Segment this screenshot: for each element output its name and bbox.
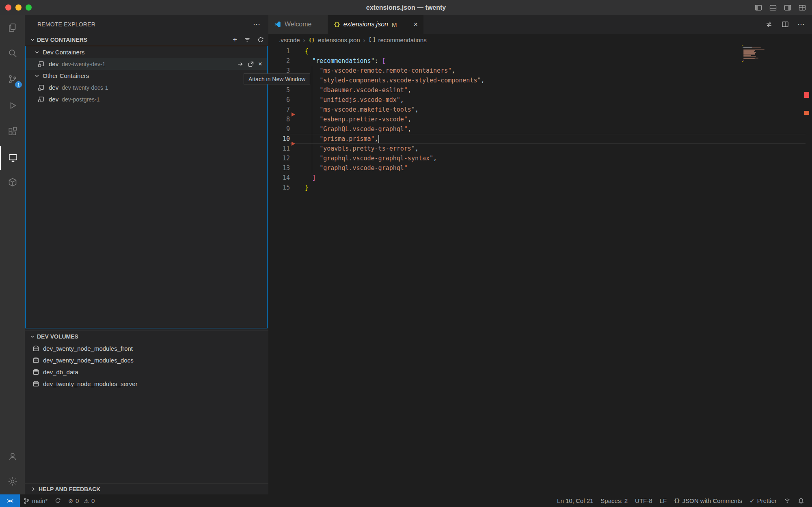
- code-line-12[interactable]: 12 "graphql.vscode-graphql-syntax",: [268, 153, 812, 163]
- code-line-1[interactable]: 1{: [268, 46, 812, 56]
- line-number: 10: [268, 134, 290, 144]
- code-line-7[interactable]: 7 "ms-vscode.makefile-tools",: [268, 105, 812, 114]
- close-container-icon[interactable]: ×: [258, 61, 262, 67]
- json-file-icon: {}: [309, 37, 315, 43]
- code-line-14[interactable]: 14 ]: [268, 173, 812, 183]
- volume-item-dev_db_data[interactable]: dev_db_data: [25, 366, 268, 378]
- container-item-dev-twenty-docs-1[interactable]: devdev-twenty-docs-1: [26, 82, 267, 93]
- json-file-icon: {}: [334, 22, 340, 28]
- warning-icon: ⚠: [84, 498, 89, 504]
- chevron-down-icon: [29, 37, 36, 43]
- formatter-item[interactable]: ✓ Prettier: [746, 497, 780, 505]
- container-icon: [38, 84, 45, 91]
- code-line-9[interactable]: 9 "GraphQL.vscode-graphql",: [268, 124, 812, 134]
- activity-explorer-icon[interactable]: [0, 16, 25, 39]
- git-deleted-marker: [292, 142, 295, 146]
- filter-icon[interactable]: [244, 37, 251, 43]
- code-line-4[interactable]: 4 "styled-components.vscode-styled-compo…: [268, 76, 812, 85]
- dev-volumes-header[interactable]: DEV VOLUMES: [25, 330, 268, 343]
- customize-layout-icon[interactable]: [798, 4, 806, 12]
- container-item-dev-twenty-dev-1[interactable]: devdev-twenty-dev-1×: [26, 58, 267, 70]
- chevron-separator-icon: ›: [303, 37, 305, 43]
- tree-group-dev-containers[interactable]: Dev Containers: [26, 46, 267, 58]
- attach-to-container-icon[interactable]: [237, 61, 244, 67]
- more-actions-icon[interactable]: ⋯: [797, 20, 805, 29]
- inline-actions: ×: [237, 61, 262, 67]
- symbol-array-icon: [ ]: [369, 37, 375, 43]
- toggle-primary-sidebar-icon[interactable]: [754, 4, 762, 12]
- code-line-6[interactable]: 6 "unifiedjs.vscode-mdx",: [268, 95, 812, 105]
- activity-run-debug-icon[interactable]: [0, 94, 25, 117]
- code-line-10[interactable]: 10 "prisma.prisma",: [268, 134, 812, 144]
- breadcrumb-folder[interactable]: .vscode: [279, 37, 300, 43]
- tab-welcome[interactable]: Welcome: [268, 15, 328, 34]
- container-item-dev-postgres-1[interactable]: devdev-postgres-1: [26, 93, 267, 105]
- code-line-13[interactable]: 13 "graphql.vscode-graphql": [268, 163, 812, 173]
- line-number: 7: [268, 105, 290, 114]
- activity-remote-explorer-icon[interactable]: [0, 146, 25, 170]
- code-line-2[interactable]: 2 "recommendations": [: [268, 56, 812, 66]
- check-icon: ✓: [749, 497, 755, 505]
- status-bar: >< main* ⊘ 0 ⚠ 0 Ln 10, Col 21 Spaces: 2…: [0, 494, 812, 507]
- breadcrumb: .vscode › {} extensions.json › [ ] recom…: [268, 34, 812, 46]
- more-actions-icon[interactable]: ⋯: [253, 20, 260, 29]
- minimap[interactable]: [739, 43, 772, 68]
- toggle-panel-icon[interactable]: [769, 4, 777, 12]
- code-line-15[interactable]: 15}: [268, 183, 812, 192]
- sync-button[interactable]: [51, 494, 65, 507]
- language-mode-item[interactable]: {} JSON with Comments: [670, 497, 746, 504]
- volume-item-dev_twenty_node_modules_server[interactable]: dev_twenty_node_modules_server: [25, 378, 268, 390]
- settings-gear-icon[interactable]: [0, 470, 25, 493]
- line-number: 5: [268, 85, 290, 95]
- chevron-down-icon: [34, 73, 40, 79]
- notifications-bell-icon[interactable]: [794, 498, 808, 504]
- sync-icon: [55, 498, 61, 504]
- activity-search-icon[interactable]: [0, 41, 25, 65]
- scm-badge: 1: [15, 81, 22, 88]
- activity-containers-icon[interactable]: [0, 170, 25, 194]
- activity-extensions-icon[interactable]: [0, 120, 25, 143]
- close-tab-icon[interactable]: ×: [413, 21, 418, 28]
- open-changes-icon[interactable]: [765, 20, 773, 28]
- sidebar-title-row: REMOTE EXPLORER ⋯: [25, 15, 268, 34]
- sidebar-title: REMOTE EXPLORER: [37, 21, 95, 28]
- accounts-icon[interactable]: [0, 444, 25, 468]
- layout-controls: [754, 0, 806, 15]
- eol-item[interactable]: LF: [656, 497, 671, 504]
- volume-item-dev_twenty_node_modules_docs[interactable]: dev_twenty_node_modules_docs: [25, 354, 268, 366]
- attach-in-new-window-icon[interactable]: [248, 61, 254, 67]
- broadcast-icon[interactable]: [780, 498, 794, 504]
- breadcrumb-symbol[interactable]: recommendations: [378, 37, 426, 43]
- titlebar: extensions.json — twenty: [0, 0, 812, 15]
- toggle-secondary-sidebar-icon[interactable]: [784, 4, 792, 12]
- remote-indicator[interactable]: ><: [0, 494, 20, 507]
- json-braces-icon: {}: [674, 498, 680, 504]
- dev-containers-tree[interactable]: Dev Containersdevdev-twenty-dev-1×Other …: [25, 46, 268, 328]
- indentation-item[interactable]: Spaces: 2: [597, 497, 631, 504]
- volume-icon: [32, 369, 39, 375]
- tab-extensions-json[interactable]: {} extensions.json M ×: [328, 15, 423, 34]
- code-line-8[interactable]: 8 "esbenp.prettier-vscode",: [268, 114, 812, 124]
- code-line-3[interactable]: 3 "ms-vscode-remote.remote-containers",: [268, 66, 812, 76]
- code-line-5[interactable]: 5 "dbaeumer.vscode-eslint",: [268, 85, 812, 95]
- error-icon: ⊘: [68, 498, 73, 504]
- line-number: 14: [268, 173, 290, 183]
- git-branch-item[interactable]: main*: [20, 494, 51, 507]
- section-help-and-feedback[interactable]: HELP AND FEEDBACK: [25, 483, 268, 494]
- breadcrumb-file[interactable]: extensions.json: [318, 37, 360, 43]
- tab-bar: Welcome {} extensions.json M × ⋯: [268, 15, 812, 34]
- activity-source-control-icon[interactable]: 1: [0, 67, 25, 91]
- problems-item[interactable]: ⊘ 0 ⚠ 0: [65, 494, 98, 507]
- new-container-icon[interactable]: +: [233, 37, 237, 43]
- refresh-icon[interactable]: [257, 37, 264, 43]
- status-right: Ln 10, Col 21 Spaces: 2 UTF-8 LF {} JSON…: [553, 497, 812, 505]
- tree-group-other-containers[interactable]: Other Containers: [26, 70, 267, 82]
- encoding-item[interactable]: UTF-8: [631, 497, 656, 504]
- code-line-11[interactable]: 11 "yoavbls.pretty-ts-errors",: [268, 144, 812, 153]
- section-dev-containers[interactable]: DEV CONTAINERS +: [25, 34, 268, 46]
- split-editor-icon[interactable]: [781, 20, 789, 28]
- chevron-right-icon: [30, 486, 37, 492]
- volume-item-dev_twenty_node_modules_front[interactable]: dev_twenty_node_modules_front: [25, 343, 268, 354]
- cursor-position-item[interactable]: Ln 10, Col 21: [553, 497, 597, 504]
- line-number: 11: [268, 144, 290, 153]
